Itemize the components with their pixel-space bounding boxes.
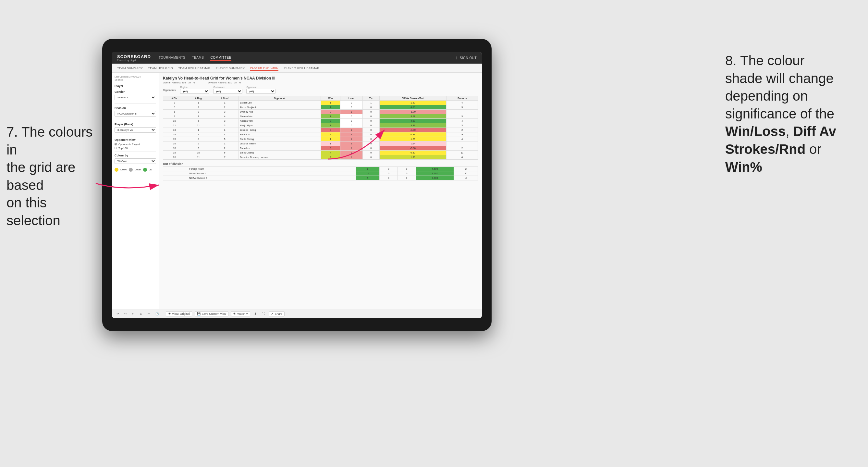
main-content: Last Updated: 27/03/2024 16:55:38 Player… [112,73,482,309]
edit-button[interactable]: ✂ [146,312,152,316]
player-section-title: Player [115,84,156,88]
conference-select[interactable]: (All) [213,89,242,94]
cell-div: 14 [163,132,186,137]
subnav-team-summary[interactable]: TEAM SUMMARY [117,66,143,70]
cell-tie: 0 [363,110,380,114]
subnav-team-h2h-grid[interactable]: TEAM H2H GRID [148,66,173,70]
col-loss: Loss [340,96,363,101]
region-select[interactable]: (All) [180,89,209,94]
nav-committee[interactable]: COMMITTEE [210,55,231,61]
opponent-select[interactable]: (All) [246,89,276,94]
legend-up-label: Up [149,168,152,171]
cell-reg: 6 [186,119,211,123]
top-nav: SCOREBOARD Powered by clippd TOURNAMENTS… [112,52,482,64]
subnav-player-h2h-heatmap[interactable]: PLAYER H2H HEATMAP [284,66,319,70]
cell-loss: 2 [340,142,363,146]
subnav-player-h2h-grid[interactable]: PLAYER H2H GRID [250,66,278,71]
cell-tie: 0 [363,146,380,151]
filter-conference: Conference (All) [213,86,242,94]
copy-button[interactable]: ⊞ [138,312,144,316]
cell-loss: 2 [340,132,363,137]
cell-tie: 1 [363,101,380,105]
undo-button[interactable]: ↩ [115,312,120,316]
grid-title: Katelyn Vo Head-to-Head Grid for Women's… [163,76,478,81]
legend-up-dot [143,168,147,172]
table-row: 9 1 4 Sharon Mun 1 0 0 3.67 3 [163,114,478,119]
filter-region: Region (All) [180,86,209,94]
clock-button[interactable]: 🕐 [154,312,160,316]
table-row: 6 3 3 Sydney Kuo 0 1 0 -1.00 [163,110,478,114]
division-record: Division Record: 331 - 34 - 6 [208,81,241,84]
cell-conf: 2 [211,105,239,110]
region-label: Region [180,86,209,88]
cell-loss: 1 [340,128,363,132]
cell-tie: 0 [363,137,380,142]
cell-tie: 0 [363,119,380,123]
division-select[interactable]: NCAA Division III [115,111,156,117]
cell-win: 1 [321,105,340,110]
cell-win: 0 [321,146,340,151]
cell-ood-win: 15 [355,172,380,176]
subnav-team-h2h-heatmap[interactable]: TEAM H2H HEATMAP [178,66,210,70]
cell-ood-diff: 7.400 [416,176,454,181]
cell-rounds: 2 [446,146,478,151]
cell-loss: 1 [340,155,363,160]
cell-rounds: 4 [446,101,478,105]
legend-level-dot [129,168,133,172]
cell-diff: -5.00 [379,146,446,151]
cell-reg: 8 [186,137,211,142]
sign-out-button[interactable]: Sign out [460,56,477,60]
radio-dot-top100 [115,147,117,149]
col-win: Win [321,96,340,101]
nav-tournaments[interactable]: TOURNAMENTS [159,55,186,61]
share-button[interactable]: ↗ Share [269,311,285,316]
legend-down-label: Down [120,168,127,171]
redo2-button[interactable]: ↩ [131,312,136,316]
redo-button[interactable]: ↪ [123,312,128,316]
cell-rounds: 3 [446,114,478,119]
cell-win: 1 [321,142,340,146]
cell-tie: 0 [363,128,380,132]
colour-by-select[interactable]: Win/loss [115,158,156,164]
cell-diff: 0.38 [379,132,446,137]
download-button[interactable]: ⬇ [253,312,258,316]
division-label: Division [115,106,156,110]
view-original-button[interactable]: 👁 View: Original [166,311,192,316]
conference-label: Conference [213,86,242,88]
cell-diff: -1.00 [379,110,446,114]
player-rank-select[interactable]: 8. Katelyn Vo [115,127,156,133]
save-custom-button[interactable]: 💾 Save Custom View [195,311,228,316]
nav-teams[interactable]: TEAMS [192,55,204,61]
gender-select[interactable]: Women's [115,95,156,100]
col-tie: Tie [363,96,380,101]
watch-button[interactable]: 👁 Watch ▾ [231,311,250,316]
col-div: # Div [163,96,186,101]
cell-ood-opponent: NAIA Division 1 [163,172,356,176]
table-row: 20 11 7 Federica Domecq Lacroze 2 1 0 1.… [163,155,478,160]
cell-rounds: 2 [446,128,478,132]
cell-ood-tie: 0 [398,176,416,181]
cell-loss: 1 [340,110,363,114]
legend: Down Level Up [115,168,156,172]
table-row: 11 11 3 Heejo Hyun 1 0 0 3.33 3 [163,123,478,128]
cell-conf: 1 [211,101,239,105]
cell-reg: 2 [186,105,211,110]
cell-loss: 1 [340,151,363,155]
cell-loss: 1 [340,146,363,151]
bottom-toolbar: ↩ ↪ ↩ ⊞ ✂ 🕐 👁 View: Original 💾 Save Cust… [112,309,482,318]
cell-conf: 3 [211,123,239,128]
watch-icon: 👁 [233,312,236,315]
cell-win: 1 [321,123,340,128]
subnav-player-summary[interactable]: PLAYER SUMMARY [215,66,245,70]
legend-down-dot [115,168,118,172]
radio-top100[interactable]: Top 100 [115,147,156,150]
out-of-division-header: Out of division [163,162,478,165]
fullscreen-button[interactable]: ⛶ [260,312,266,316]
radio-opponents-played[interactable]: Opponents Played [115,143,156,146]
cell-win: 0 [321,110,340,114]
table-row: 14 7 4 Eunice Yi 2 2 0 0.38 9 [163,132,478,137]
cell-diff: 3.67 [379,114,446,119]
cell-ood-loss: 0 [380,167,398,172]
cell-reg: 3 [186,146,211,151]
cell-div: 20 [163,155,186,160]
